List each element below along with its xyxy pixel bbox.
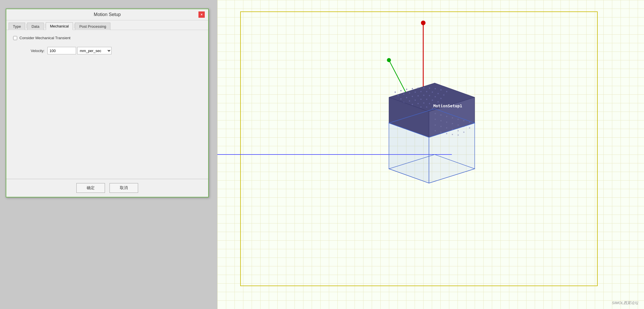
dialog-titlebar: Motion Setup × [6,9,208,20]
velocity-unit-select[interactable]: mm_per_sec m_per_sec in_per_sec ft_per_s… [77,47,112,54]
svg-point-3 [421,21,426,25]
velocity-row: Velocity: mm_per_sec m_per_sec in_per_se… [25,47,201,54]
svg-rect-11 [418,88,419,89]
svg-rect-10 [412,88,413,89]
svg-rect-39 [432,100,433,101]
svg-rect-19 [409,92,410,94]
cancel-button[interactable]: 取消 [110,183,138,193]
motion-setup-dialog: Motion Setup × Type Data Mechanical Post… [6,9,209,197]
watermark: SIMOL西莫论坛 [612,300,638,306]
left-panel: Motion Setup × Type Data Mechanical Post… [0,0,217,309]
svg-rect-25 [443,94,444,96]
svg-rect-28 [412,96,413,97]
close-button[interactable]: × [198,11,205,18]
svg-rect-49 [420,106,422,108]
svg-rect-58 [463,120,464,121]
svg-rect-21 [420,91,422,92]
dialog-footer: 确定 取消 [6,179,208,197]
svg-rect-35 [409,100,410,102]
svg-rect-37 [420,99,422,100]
svg-rect-18 [403,94,404,95]
svg-rect-53 [435,113,436,114]
dialog-title: Motion Setup [16,12,198,17]
svg-rect-12 [423,87,424,88]
svg-rect-74 [440,132,442,133]
ok-button[interactable]: 确定 [76,183,105,193]
svg-rect-9 [406,89,407,90]
svg-rect-61 [440,120,442,121]
svg-rect-38 [426,99,427,100]
velocity-label: Velocity: [25,49,45,53]
svg-rect-59 [469,122,470,123]
svg-rect-29 [418,95,419,96]
svg-rect-69 [446,127,447,128]
tab-separator-3 [74,24,74,28]
svg-rect-27 [406,97,407,98]
svg-rect-54 [440,114,442,116]
tab-separator-1 [26,24,27,28]
svg-rect-60 [435,119,436,120]
svg-rect-17 [397,95,399,96]
dialog-body: Consider Mechanical Transient Velocity: … [6,30,208,179]
svg-rect-22 [426,91,427,92]
svg-rect-20 [415,92,416,93]
svg-rect-8 [400,90,401,91]
svg-rect-68 [440,126,442,127]
svg-rect-13 [429,88,430,89]
svg-rect-14 [435,88,436,89]
svg-point-5 [387,58,391,62]
velocity-input[interactable] [47,47,76,54]
mechanical-transient-checkbox[interactable] [13,36,17,40]
svg-rect-50 [426,106,427,108]
object-label: MotionSetup1 [433,104,462,108]
svg-rect-62 [446,122,447,123]
svg-rect-56 [452,117,453,118]
svg-rect-15 [440,89,442,90]
svg-rect-40 [438,101,439,102]
svg-rect-73 [435,130,436,131]
svg-rect-31 [429,95,430,96]
tab-separator-2 [45,24,45,28]
svg-rect-16 [446,91,447,92]
svg-rect-64 [458,124,459,126]
svg-rect-23 [432,92,433,93]
svg-rect-67 [435,124,436,126]
scene-svg: MotionSetup1 [217,0,644,309]
svg-rect-43 [418,103,419,104]
svg-rect-42 [412,104,413,105]
svg-rect-63 [452,123,453,124]
svg-rect-57 [458,119,459,120]
svg-rect-45 [429,103,430,104]
svg-rect-44 [423,102,424,104]
mechanical-transient-row: Consider Mechanical Transient [13,36,201,40]
svg-rect-55 [446,116,447,117]
tab-bar: Type Data Mechanical Post Processing [6,20,208,30]
svg-rect-51 [432,108,433,109]
svg-rect-33 [440,98,442,99]
tab-mechanical[interactable]: Mechanical [46,22,73,30]
svg-rect-32 [435,96,436,97]
tab-post-processing[interactable]: Post Processing [75,23,110,30]
svg-rect-26 [400,98,401,100]
tab-type[interactable]: Type [9,23,25,30]
svg-rect-30 [423,95,424,96]
svg-rect-24 [438,93,439,94]
tab-data[interactable]: Data [27,23,43,30]
mechanical-transient-label: Consider Mechanical Transient [19,36,70,40]
3d-viewport[interactable]: MotionSetup1 SIMOL西莫论坛 [217,0,644,309]
svg-rect-36 [415,100,416,101]
svg-rect-7 [395,92,396,93]
